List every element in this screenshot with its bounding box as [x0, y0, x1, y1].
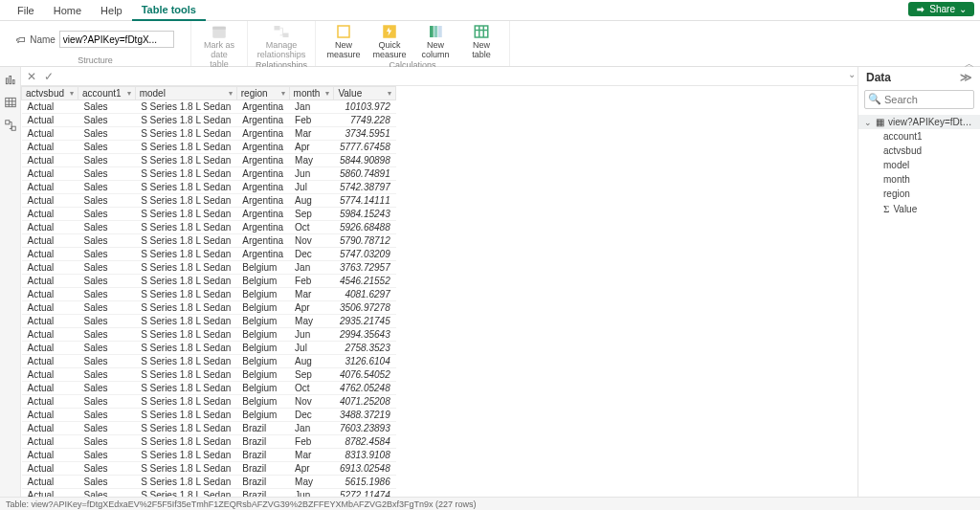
column-header-region[interactable]: region▾	[236, 87, 289, 100]
calendar-icon	[211, 23, 228, 40]
table-icon: ▦	[876, 117, 884, 127]
column-filter-icon[interactable]: ▾	[388, 89, 391, 98]
table-row[interactable]: ActualSalesS Series 1.8 L SedanBelgiumDe…	[22, 409, 396, 422]
svg-rect-12	[9, 77, 11, 84]
svg-rect-13	[12, 80, 14, 84]
report-view-icon[interactable]	[4, 73, 17, 86]
formula-expand-icon[interactable]: ⌄	[848, 69, 856, 79]
field-month[interactable]: month	[858, 172, 980, 187]
svg-rect-9	[438, 26, 442, 37]
tab-table-tools[interactable]: Table tools	[132, 0, 206, 21]
measure-icon	[335, 23, 352, 40]
table-row[interactable]: ActualSalesS Series 1.8 L SedanArgentina…	[22, 154, 396, 167]
share-label: Share	[929, 4, 955, 14]
share-button[interactable]: Share ⌄	[908, 2, 974, 16]
svg-rect-1	[212, 27, 226, 30]
table-row[interactable]: ActualSalesS Series 1.8 L SedanBelgiumMa…	[22, 315, 396, 328]
data-grid[interactable]: actvsbud▾account1▾model▾region▾month▾Val…	[21, 86, 858, 497]
new-table-button[interactable]: New table	[461, 23, 501, 60]
svg-rect-5	[339, 27, 349, 37]
fields-pane-title: Data	[866, 71, 891, 84]
column-filter-icon[interactable]: ▾	[127, 89, 131, 98]
status-bar: Table: view?APIKey=fDtgXEdxaEV%2F5F5If35…	[0, 497, 980, 510]
svg-rect-7	[430, 26, 434, 37]
formula-bar[interactable]: ✕ ✓	[21, 67, 858, 86]
table-row[interactable]: ActualSalesS Series 1.8 L SedanArgentina…	[22, 141, 396, 154]
table-row[interactable]: ActualSalesS Series 1.8 L SedanArgentina…	[22, 127, 396, 141]
table-name-input[interactable]	[59, 31, 174, 48]
table-row[interactable]: ActualSalesS Series 1.8 L SedanBelgiumMa…	[22, 288, 396, 301]
table-row[interactable]: ActualSalesS Series 1.8 L SedanBelgiumAp…	[22, 301, 396, 315]
table-row[interactable]: ActualSalesS Series 1.8 L SedanArgentina…	[22, 194, 396, 208]
table-row[interactable]: ActualSalesS Series 1.8 L SedanBelgiumAu…	[22, 355, 396, 368]
field-model[interactable]: model	[858, 158, 980, 172]
tab-home[interactable]: Home	[44, 1, 91, 20]
fields-pane: Data ≫ 🔍 ⌄▦view?APIKey=fDtgXEdxaEV%2F5F5…	[858, 67, 980, 497]
table-row[interactable]: ActualSalesS Series 1.8 L SedanBelgiumJu…	[22, 328, 396, 342]
table-row[interactable]: ActualSalesS Series 1.8 L SedanArgentina…	[22, 248, 396, 261]
table-row[interactable]: ActualSalesS Series 1.8 L SedanArgentina…	[22, 100, 396, 114]
tab-file[interactable]: File	[8, 1, 44, 20]
fields-pane-expand-icon[interactable]: ≫	[960, 71, 972, 84]
column-header-month[interactable]: month▾	[289, 87, 334, 100]
table-row[interactable]: ActualSalesS Series 1.8 L SedanBrazilMar…	[22, 449, 396, 462]
manage-relationships-button[interactable]: Manage relationships	[261, 23, 301, 60]
svg-rect-11	[6, 78, 8, 84]
new-column-button[interactable]: New column	[415, 23, 456, 60]
column-filter-icon[interactable]: ▾	[70, 89, 74, 98]
field-region[interactable]: region	[858, 187, 980, 201]
table-row[interactable]: ActualSalesS Series 1.8 L SedanBelgiumJu…	[22, 342, 396, 355]
name-label: Name	[30, 34, 56, 45]
column-filter-icon[interactable]: ▾	[229, 89, 233, 98]
chevron-down-icon: ⌄	[959, 4, 967, 14]
svg-rect-15	[5, 121, 9, 124]
table-row[interactable]: ActualSalesS Series 1.8 L SedanArgentina…	[22, 221, 396, 234]
sigma-icon: Σ	[883, 203, 889, 214]
column-header-model[interactable]: model▾	[135, 87, 236, 100]
table-row[interactable]: ActualSalesS Series 1.8 L SedanBelgiumOc…	[22, 382, 396, 395]
table-row[interactable]: ActualSalesS Series 1.8 L SedanArgentina…	[22, 167, 396, 181]
formula-commit-icon[interactable]: ✓	[44, 70, 54, 83]
search-icon: 🔍	[868, 93, 880, 104]
group-structure-label: Structure	[78, 55, 113, 66]
formula-cancel-icon[interactable]: ✕	[27, 70, 36, 83]
share-icon	[916, 5, 925, 14]
table-row[interactable]: ActualSalesS Series 1.8 L SedanBrazilMay…	[22, 476, 396, 489]
table-row[interactable]: ActualSalesS Series 1.8 L SedanArgentina…	[22, 114, 396, 127]
table-icon	[473, 23, 490, 40]
table-row[interactable]: ActualSalesS Series 1.8 L SedanBelgiumFe…	[22, 275, 396, 288]
svg-rect-8	[434, 26, 438, 37]
field-value[interactable]: ΣValue	[858, 201, 980, 216]
table-row[interactable]: ActualSalesS Series 1.8 L SedanBrazilApr…	[22, 462, 396, 476]
table-row[interactable]: ActualSalesS Series 1.8 L SedanArgentina…	[22, 208, 396, 221]
ribbon: 🏷 Name Structure Mark as date table Cale…	[0, 21, 980, 67]
table-row[interactable]: ActualSalesS Series 1.8 L SedanBrazilJan…	[22, 422, 396, 435]
svg-rect-2	[275, 26, 280, 31]
field-account1[interactable]: account1	[858, 129, 980, 144]
fields-table-node[interactable]: ⌄▦view?APIKey=fDtgXEdxaEV%2F5F5...	[858, 115, 980, 129]
chevron-down-icon: ⌄	[864, 118, 872, 127]
table-row[interactable]: ActualSalesS Series 1.8 L SedanArgentina…	[22, 181, 396, 194]
quick-measure-button[interactable]: Quick measure	[369, 23, 410, 60]
column-filter-icon[interactable]: ▾	[281, 89, 285, 98]
mark-as-date-table-button[interactable]: Mark as date table	[199, 23, 239, 70]
relationships-icon	[273, 23, 290, 40]
field-actvsbud[interactable]: actvsbud	[858, 144, 980, 158]
svg-rect-3	[283, 33, 289, 38]
new-measure-button[interactable]: New measure	[323, 23, 364, 60]
table-row[interactable]: ActualSalesS Series 1.8 L SedanArgentina…	[22, 234, 396, 248]
column-header-account1[interactable]: account1▾	[78, 87, 136, 100]
left-view-rail	[0, 67, 21, 497]
model-view-icon[interactable]	[4, 119, 17, 132]
column-header-actvsbud[interactable]: actvsbud▾	[22, 87, 78, 100]
column-filter-icon[interactable]: ▾	[325, 89, 329, 98]
tab-help[interactable]: Help	[91, 1, 132, 20]
table-row[interactable]: ActualSalesS Series 1.8 L SedanBelgiumNo…	[22, 395, 396, 409]
table-row[interactable]: ActualSalesS Series 1.8 L SedanBelgiumJa…	[22, 261, 396, 275]
data-view-icon[interactable]	[4, 96, 17, 109]
table-row[interactable]: ActualSalesS Series 1.8 L SedanBrazilJun…	[22, 489, 396, 498]
table-row[interactable]: ActualSalesS Series 1.8 L SedanBelgiumSe…	[22, 368, 396, 382]
column-icon	[427, 23, 444, 40]
column-header-value[interactable]: Value▾	[334, 87, 396, 100]
table-row[interactable]: ActualSalesS Series 1.8 L SedanBrazilFeb…	[22, 435, 396, 449]
